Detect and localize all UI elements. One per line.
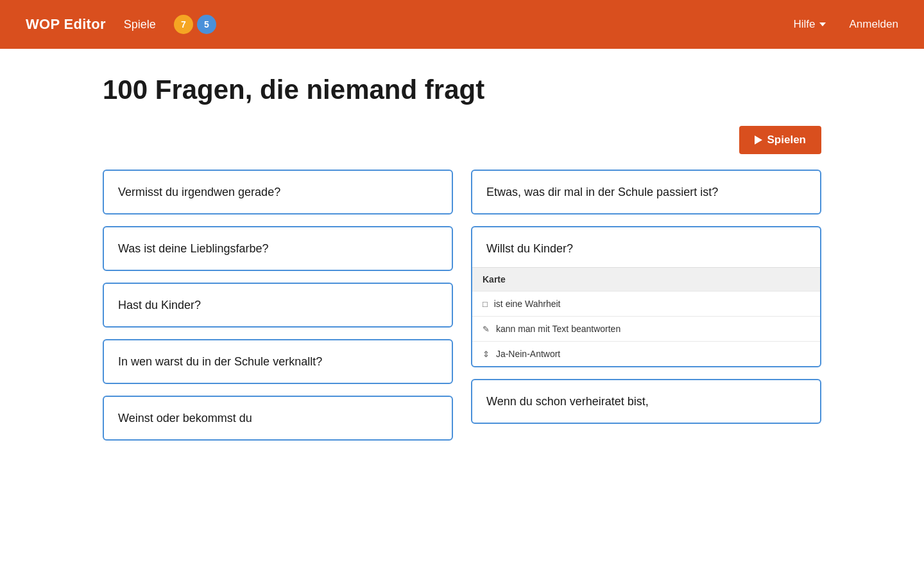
navbar: WOP Editor Spiele 7 5 Hilfe Anmelden — [0, 0, 924, 49]
hilfe-menu[interactable]: Hilfe — [793, 18, 826, 31]
navbar-left: WOP Editor Spiele 7 5 — [26, 15, 216, 34]
question-card-2[interactable]: Was ist deine Lieblingsfarbe? — [103, 226, 453, 271]
question-card-5[interactable]: Weinst oder bekommst du — [103, 396, 453, 441]
expanded-card-title: Willst du Kinder? — [472, 227, 820, 267]
expanded-card[interactable]: Willst du Kinder? Karte □ ist eine Wahrh… — [471, 226, 821, 367]
table-row-2: ✎ kann man mit Text beantworten — [472, 317, 820, 342]
spiele-link[interactable]: Spiele — [124, 18, 156, 31]
folder-icon: □ — [483, 299, 488, 309]
table-row-1: □ ist eine Wahrheit — [472, 292, 820, 317]
anmelden-link[interactable]: Anmelden — [849, 18, 898, 31]
table-row-2-text: kann man mit Text beantworten — [496, 324, 620, 334]
question-card-r2[interactable]: Wenn du schon verheiratet bist, — [471, 379, 821, 424]
right-column: Etwas, was dir mal in der Schule passier… — [471, 170, 821, 441]
app-title: WOP Editor — [26, 16, 106, 33]
hilfe-label: Hilfe — [793, 18, 815, 31]
sort-icon: ⇕ — [483, 349, 490, 359]
page-title: 100 Fragen, die niemand fragt — [103, 74, 821, 105]
navbar-right: Hilfe Anmelden — [793, 18, 898, 31]
left-column: Vermisst du irgendwen gerade? Was ist de… — [103, 170, 453, 441]
badge-group: 7 5 — [174, 15, 216, 34]
table-header: Karte — [472, 268, 820, 292]
play-icon — [755, 136, 762, 144]
table-row-3: ⇕ Ja-Nein-Antwort — [472, 342, 820, 367]
question-card-3[interactable]: Hast du Kinder? — [103, 283, 453, 328]
badge-orange[interactable]: 7 — [174, 15, 193, 34]
chevron-down-icon — [819, 22, 826, 26]
table-row-1-text: ist eine Wahrheit — [494, 299, 561, 309]
table-row-3-text: Ja-Nein-Antwort — [496, 349, 560, 359]
expanded-card-table: Karte □ ist eine Wahrheit ✎ — [472, 267, 820, 366]
question-card-1[interactable]: Vermisst du irgendwen gerade? — [103, 170, 453, 215]
edit-icon: ✎ — [483, 324, 490, 334]
spielen-row: Spielen — [103, 126, 821, 154]
badge-blue[interactable]: 5 — [197, 15, 216, 34]
spielen-label: Spielen — [767, 134, 806, 146]
main-content: 100 Fragen, die niemand fragt Spielen Ve… — [0, 49, 924, 466]
question-card-4[interactable]: In wen warst du in der Schule verknallt? — [103, 339, 453, 384]
spielen-button[interactable]: Spielen — [739, 126, 821, 154]
question-card-r1[interactable]: Etwas, was dir mal in der Schule passier… — [471, 170, 821, 215]
card-grid: Vermisst du irgendwen gerade? Was ist de… — [103, 170, 821, 441]
